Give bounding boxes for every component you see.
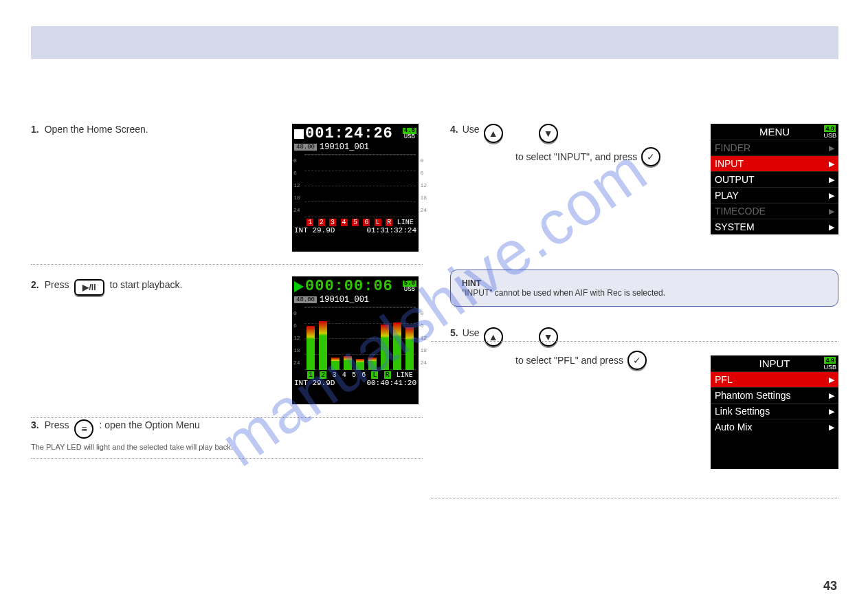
menu-item-system[interactable]: SYSTEM▶ [711,219,838,234]
step-5-num: 5. [450,327,458,338]
menu-item-label: PLAY [715,190,739,201]
ch-l: L [371,371,378,379]
menu-item-output[interactable]: OUTPUT▶ [711,171,838,187]
step-5-pre: Use [463,327,480,338]
step-3-posttext: : open the Option Menu [99,419,199,430]
device-screen-playing: 000:00:06 5.0 USB 48.00 190101_001 06121… [292,276,419,404]
menu-item-label: OUTPUT [715,174,755,185]
step-1-text: Open the Home Screen. [45,124,148,135]
meter-scale-left: 06121824 [293,307,300,369]
ch-1: 1 [307,371,314,379]
meter-scale-right: 06121824 [420,307,427,369]
enter-check-icon: ✓ [627,351,647,370]
step-3-num: 3. [31,419,39,430]
divider [31,458,423,459]
menu-item-link-settings[interactable]: Link Settings▶ [711,403,838,419]
elapsed-time: 000:00:06 [305,278,393,295]
ch-6: 6 [361,371,366,379]
elapsed-time: 001:24:26 [305,125,393,142]
play-pause-button-icon: ▶/II [74,279,104,296]
usb-label: USB [404,286,415,293]
battery-value: 4.9 [824,357,836,364]
menu-item-label: FINDER [715,142,750,153]
ch-line: LINE [397,371,413,379]
up-arrow-icon: ▲ [484,124,503,143]
ch-4: 4 [342,371,346,379]
ch-line: LINE [397,219,414,226]
battery-indicator: 4.9 USB [823,357,836,371]
divider [431,498,838,498]
menu-icon: ≡ [74,419,93,439]
step-2-num: 2. [31,279,39,290]
menu-item-auto-mix[interactable]: Auto Mix▶ [711,419,838,435]
step-5: 5. Use ▲ ▼ [450,327,838,347]
chevron-right-icon: ▶ [829,175,834,184]
menu-title: MENU [759,126,790,138]
meter-bars [304,307,416,370]
menu-item-label: INPUT [715,158,744,169]
file-name: 190101_001 [320,142,369,152]
menu-item-input[interactable]: INPUT▶ [711,155,838,171]
down-arrow-icon: ▼ [539,124,558,143]
channel-labels: 1 2 3 4 5 6 L R LINE [304,219,416,226]
chevron-right-icon: ▶ [829,207,834,216]
battery-indicator: 4.8 USB [403,128,416,140]
step-4-num: 4. [450,124,458,135]
divider [31,264,423,265]
chevron-right-icon: ▶ [829,191,834,200]
play-icon [294,281,304,292]
battery-indicator: 5.0 USB [403,281,416,293]
chevron-right-icon: ▶ [829,144,834,153]
menu-item-label: PFL [715,374,733,385]
divider [31,417,423,418]
menu-title: INPUT [759,358,790,369]
ch-l: L [375,219,381,226]
step-2-pretext: Press [45,279,69,290]
usb-label: USB [823,132,836,139]
ch-4: 4 [341,219,348,226]
ch-5: 5 [352,371,356,379]
ch-2: 2 [320,371,326,379]
header-bar [31,26,838,59]
hint-body: "INPUT" cannot be used when AIF with Rec… [462,288,827,298]
battery-value: 4.9 [824,125,836,132]
level-meters: 06121824 06121824 [304,307,416,370]
step-3: 3. Press ≡ : open the Option Menu [31,419,423,439]
ch-1: 1 [307,219,313,226]
menu-item-phantom-settings[interactable]: Phantom Settings▶ [711,387,838,403]
ch-3: 3 [333,371,337,379]
menu-item-label: SYSTEM [715,221,755,232]
meter-scale-left: 06121824 [293,155,300,217]
hint-title: HINT [462,278,827,288]
chevron-right-icon: ▶ [829,391,834,400]
device-screen-stopped: 001:24:26 4.8 USB 48.00 190101_001 06121… [292,124,419,252]
menu-panel-input: INPUT 4.9 USB PFL▶Phantom Settings▶Link … [711,355,838,469]
level-meters: 06121824 06121824 [304,154,416,217]
chevron-right-icon: ▶ [829,407,834,416]
chevron-right-icon: ▶ [829,160,834,168]
step-1-num: 1. [31,124,39,135]
chevron-right-icon: ▶ [829,423,834,432]
menu-item-label: Phantom Settings [715,390,791,401]
menu-item-pfl[interactable]: PFL▶ [711,371,838,387]
ch-3: 3 [329,219,336,226]
menu-item-timecode[interactable]: TIMECODE▶ [711,203,838,219]
down-arrow-icon: ▼ [539,327,558,347]
step-2-posttext: to start playback. [110,279,183,290]
chevron-right-icon: ▶ [829,223,834,232]
page-number: 43 [823,579,837,593]
menu-item-label: TIMECODE [715,206,766,217]
menu-item-play[interactable]: PLAY▶ [711,187,838,203]
step-3-pretext: Press [45,419,69,430]
menu-item-label: Auto Mix [715,421,752,432]
menu-item-label: Link Settings [715,406,770,417]
sample-rate: 48.00 [294,296,317,303]
stop-icon [294,129,304,139]
menu-item-finder[interactable]: FINDER▶ [711,140,838,155]
enter-check-icon: ✓ [641,147,660,166]
timecode-value: 01:31:32:24 [366,226,416,234]
step-4-pre: Use [463,124,480,135]
timecode-value: 00:40:41:20 [366,379,416,387]
ch-r: R [386,219,392,226]
timecode-source: INT 29.9D [294,379,335,387]
